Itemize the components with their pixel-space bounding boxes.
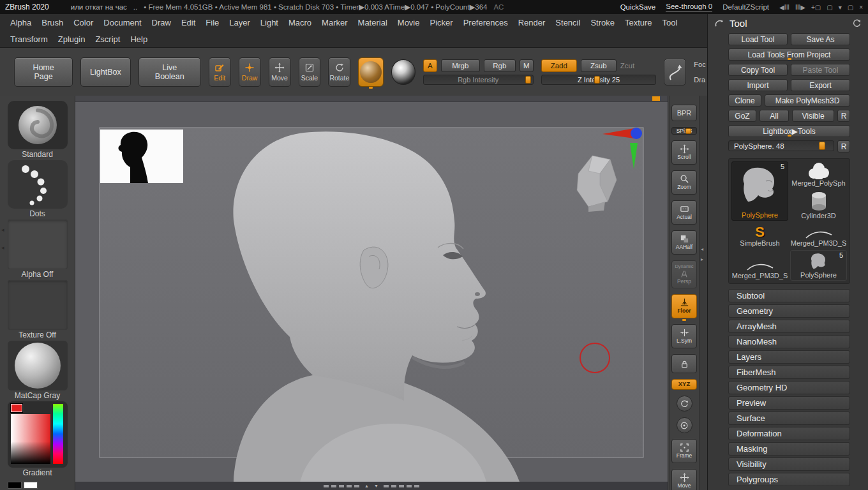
rotate-mode-button[interactable]: Rotate: [328, 57, 350, 87]
tool-thumb-cylinder3d[interactable]: Cylinder3D: [790, 190, 847, 221]
window-control-icon[interactable]: ‖‖▶: [795, 4, 805, 11]
menu-item[interactable]: Marker: [317, 18, 352, 27]
menu-item[interactable]: Material: [353, 18, 393, 27]
menu-item[interactable]: Macro: [283, 18, 317, 27]
scroll-button[interactable]: Scroll: [671, 140, 697, 165]
scale-mode-button[interactable]: Scale: [299, 57, 321, 87]
tool-section-row[interactable]: Layers: [728, 350, 850, 364]
menu-item[interactable]: Preferences: [458, 18, 513, 27]
menu-item[interactable]: Transform: [5, 34, 53, 44]
tool-thumb-simplebrush[interactable]: S SimpleBrush: [731, 223, 788, 248]
tool-section-row[interactable]: Polygroups: [728, 473, 850, 486]
current-material-tile[interactable]: [358, 57, 384, 87]
tray-collapse-arrow[interactable]: ◂: [1, 244, 4, 251]
tool-thumb-merged-polysphere[interactable]: Merged_PolySph: [790, 161, 847, 188]
menu-item[interactable]: Layer: [224, 18, 255, 27]
nav-up-icon[interactable]: ▲: [364, 484, 369, 488]
menu-item[interactable]: Tool: [657, 18, 683, 27]
goz-button[interactable]: GoZ: [728, 110, 756, 122]
menu-item[interactable]: Help: [125, 34, 153, 44]
color-sphere-icon[interactable]: [391, 59, 415, 85]
clone-button[interactable]: Clone: [728, 94, 761, 107]
tool-section-row[interactable]: Geometry HD: [728, 381, 850, 394]
radial-symmetry-button[interactable]: [677, 396, 692, 412]
black-swatch[interactable]: [8, 482, 22, 489]
draw-mode-button[interactable]: Draw: [239, 57, 261, 87]
zadd-button[interactable]: Zadd: [541, 59, 577, 72]
goz-visible-button[interactable]: Visible: [792, 110, 834, 122]
menu-item[interactable]: Texture: [620, 18, 657, 27]
edit-mode-button[interactable]: Edit: [209, 57, 231, 87]
floor-button[interactable]: Floor: [671, 294, 697, 318]
refresh-icon[interactable]: [852, 19, 862, 28]
menu-item[interactable]: Stroke: [585, 18, 620, 27]
quicksave-button[interactable]: QuickSave: [620, 3, 656, 11]
bpr-button[interactable]: BPR: [671, 105, 697, 121]
slider-nub[interactable]: [594, 76, 600, 84]
document-canvas[interactable]: ▲ ▼: [75, 96, 668, 490]
move-canvas-button[interactable]: Move: [671, 469, 697, 490]
menu-item[interactable]: File: [200, 18, 224, 27]
saturation-value-square[interactable]: [11, 414, 50, 464]
scrollbar-marker[interactable]: [652, 96, 660, 101]
split-right-icon[interactable]: ▸: [701, 256, 703, 262]
panel-divider[interactable]: ◂ ▸: [699, 96, 707, 490]
rgb-button[interactable]: Rgb: [484, 59, 516, 72]
live-boolean-button[interactable]: Live Boolean: [138, 57, 201, 87]
menu-item[interactable]: Picker: [425, 18, 458, 27]
menu-item[interactable]: Zscript: [90, 34, 125, 44]
actual-size-button[interactable]: Actual: [671, 200, 697, 225]
split-left-icon[interactable]: ◂: [701, 246, 703, 252]
window-control-icon[interactable]: ▾: [839, 4, 842, 11]
see-through-slider[interactable]: See-through 0: [666, 3, 712, 11]
zoom-button[interactable]: Zoom: [671, 170, 697, 195]
tool-section-row[interactable]: Geometry: [728, 304, 850, 318]
tool-section-row[interactable]: Visibility: [728, 457, 850, 471]
palette-hook-icon[interactable]: [714, 19, 724, 28]
tool-section-row[interactable]: NanoMesh: [728, 335, 850, 348]
spix-slider[interactable]: SPix 3: [671, 127, 697, 135]
menu-item[interactable]: Render: [513, 18, 551, 27]
window-control-icon[interactable]: +▢: [811, 4, 821, 11]
move-mode-button[interactable]: Move: [269, 57, 291, 87]
tool-section-row[interactable]: Deformation: [728, 427, 850, 440]
tool-thumb-merged-pm3d-1[interactable]: Merged_PM3D_S: [790, 223, 847, 248]
selected-color-swatch[interactable]: [11, 404, 22, 412]
menu-item[interactable]: Stencil: [550, 18, 585, 27]
tool-r-button[interactable]: R: [837, 140, 850, 152]
load-tools-from-project-button[interactable]: Load Tools From Project: [728, 48, 850, 61]
tool-section-row[interactable]: Surface: [728, 412, 850, 425]
lightbox-button[interactable]: LightBox: [80, 57, 131, 87]
tray-collapse-arrow[interactable]: ◂: [1, 226, 4, 233]
white-swatch[interactable]: [24, 482, 38, 489]
menu-item[interactable]: Alpha: [5, 18, 36, 27]
home-page-button[interactable]: Home Page: [14, 57, 73, 87]
z-intensity-slider[interactable]: Z Intensity 25: [541, 75, 657, 85]
texture-picker[interactable]: [8, 280, 68, 330]
active-tool-slider[interactable]: PolySphere. 48: [728, 140, 834, 151]
tool-section-row[interactable]: Preview: [728, 396, 850, 410]
menu-item[interactable]: Document: [98, 18, 146, 27]
tool-thumb-polysphere-active[interactable]: 5 PolySphere: [731, 161, 788, 221]
menu-item[interactable]: Brush: [36, 18, 68, 27]
menu-item[interactable]: Color: [68, 18, 98, 27]
xyz-symmetry-button[interactable]: XYZ: [671, 379, 697, 390]
timeline-bar[interactable]: ▲ ▼: [75, 482, 668, 490]
hue-bar[interactable]: [53, 404, 63, 464]
load-tool-button[interactable]: Load Tool: [728, 33, 788, 45]
window-control-icon[interactable]: ▢: [827, 4, 832, 11]
slider-nub[interactable]: [819, 142, 825, 150]
rgb-intensity-slider[interactable]: Rgb Intensity: [423, 75, 534, 85]
import-button[interactable]: Import: [728, 79, 788, 91]
menu-item[interactable]: Edit: [176, 18, 200, 27]
material-picker[interactable]: [8, 341, 68, 390]
tool-section-row[interactable]: Masking: [728, 442, 850, 456]
menu-item[interactable]: Draw: [147, 18, 176, 27]
persp-button[interactable]: Dynamic Persp: [671, 260, 697, 288]
nav-down-icon[interactable]: ▼: [374, 484, 378, 488]
window-control-icon[interactable]: ◀‖‖: [779, 4, 789, 11]
menu-item[interactable]: Light: [255, 18, 283, 27]
export-button[interactable]: Export: [791, 79, 850, 91]
aahalf-button[interactable]: AAHalf: [671, 230, 697, 255]
make-polymesh3d-button[interactable]: Make PolyMesh3D: [765, 94, 850, 107]
